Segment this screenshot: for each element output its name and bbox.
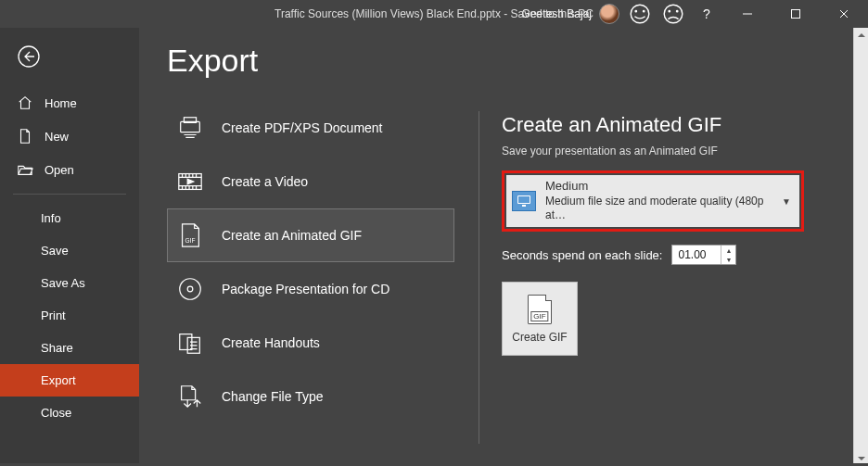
help-button[interactable]: ?: [694, 0, 720, 28]
export-option-label: Package Presentation for CD: [222, 282, 389, 296]
export-option-label: Create an Animated GIF: [222, 228, 362, 243]
svg-point-5: [677, 11, 678, 12]
svg-point-1: [635, 11, 636, 12]
sidebar-item-label: Print: [41, 309, 66, 322]
seconds-value: 01.00: [672, 248, 721, 261]
export-option-handouts[interactable]: Create Handouts: [167, 316, 454, 370]
export-option-label: Create a Video: [222, 174, 308, 189]
sidebar-divider: [13, 194, 126, 195]
export-option-filetype[interactable]: Change File Type: [167, 370, 454, 423]
create-gif-label: Create GIF: [512, 331, 567, 344]
seconds-spinner[interactable]: 01.00 ▲ ▼: [671, 245, 736, 265]
create-gif-button[interactable]: GIF Create GIF: [502, 282, 578, 356]
quality-dropdown[interactable]: Medium Medium file size and moderate qua…: [506, 175, 799, 227]
home-icon: [17, 94, 33, 111]
sidebar-item-label: Export: [41, 373, 76, 387]
user-avatar[interactable]: [599, 4, 619, 24]
spinner-up-icon[interactable]: ▲: [721, 246, 735, 255]
sidebar-item-info[interactable]: Info: [0, 202, 139, 234]
sidebar-item-home[interactable]: Home: [0, 86, 139, 120]
export-option-gif[interactable]: GIF Create an Animated GIF: [167, 208, 454, 262]
svg-point-0: [631, 5, 649, 23]
pdf-icon: [175, 113, 205, 143]
close-button[interactable]: [823, 0, 864, 28]
sidebar-item-print[interactable]: Print: [0, 299, 139, 332]
sidebar-item-label: Close: [41, 406, 71, 420]
feedback-smile-icon[interactable]: [627, 0, 653, 28]
sidebar-item-save-as[interactable]: Save As: [0, 267, 139, 299]
svg-rect-6: [792, 10, 800, 19]
handouts-icon: [175, 328, 205, 358]
scroll-up-icon[interactable]: [854, 28, 868, 43]
minimize-button[interactable]: [727, 0, 768, 28]
sidebar-item-label: New: [45, 130, 69, 144]
export-option-label: Create PDF/XPS Document: [222, 120, 383, 135]
open-icon: [17, 161, 33, 178]
vertical-divider: [479, 111, 479, 444]
svg-point-2: [644, 11, 645, 12]
sidebar-item-label: Save: [41, 244, 69, 258]
svg-point-13: [187, 286, 193, 292]
sidebar-item-label: Save As: [41, 276, 85, 290]
sidebar-item-label: Info: [41, 211, 61, 225]
window-title: Traffic Sources (Million Views) Black En…: [274, 7, 594, 20]
sidebar-item-label: Open: [45, 163, 74, 177]
svg-rect-18: [522, 205, 526, 207]
gif-file-icon: GIF: [526, 294, 554, 325]
gif-icon: GIF: [175, 220, 205, 250]
sidebar-item-export[interactable]: Export: [0, 364, 139, 397]
feedback-frown-icon[interactable]: [660, 0, 686, 28]
export-option-label: Create Handouts: [222, 335, 320, 350]
cd-icon: [175, 274, 205, 304]
sidebar-item-share[interactable]: Share: [0, 332, 139, 364]
svg-text:GIF: GIF: [185, 237, 196, 244]
svg-point-4: [669, 11, 670, 12]
export-option-cd[interactable]: Package Presentation for CD: [167, 262, 454, 316]
spinner-down-icon[interactable]: ▼: [721, 255, 735, 264]
sidebar-item-save[interactable]: Save: [0, 234, 139, 267]
svg-point-12: [180, 279, 201, 300]
svg-rect-14: [180, 334, 192, 350]
sidebar-item-open[interactable]: Open: [0, 153, 139, 186]
sidebar-item-new[interactable]: New: [0, 120, 139, 153]
seconds-label: Seconds spend on each slide:: [502, 248, 662, 262]
vertical-scrollbar[interactable]: [853, 28, 868, 466]
detail-subheading: Save your presentation as an Animated GI…: [502, 145, 846, 157]
quality-highlight: Medium Medium file size and moderate qua…: [502, 170, 804, 232]
back-button[interactable]: [0, 28, 139, 86]
sidebar-item-close[interactable]: Close: [0, 397, 139, 429]
monitor-icon: [512, 191, 536, 211]
sidebar-item-label: Home: [45, 96, 77, 110]
dropdown-caret-icon: ▼: [779, 196, 794, 207]
new-icon: [17, 128, 33, 145]
quality-desc: Medium file size and moderate quality (4…: [545, 195, 779, 223]
page-title: Export: [139, 28, 454, 101]
svg-point-3: [664, 5, 683, 23]
export-option-video[interactable]: Create a Video: [167, 155, 454, 208]
svg-rect-17: [518, 196, 530, 203]
maximize-button[interactable]: [775, 0, 816, 28]
detail-heading: Create an Animated GIF: [502, 113, 846, 137]
change-filetype-icon: [175, 382, 205, 411]
export-option-label: Change File Type: [222, 389, 323, 404]
sidebar-item-label: Share: [41, 341, 73, 355]
svg-rect-8: [181, 121, 200, 132]
quality-name: Medium: [545, 179, 779, 195]
video-icon: [175, 167, 205, 196]
export-option-pdf[interactable]: Create PDF/XPS Document: [167, 101, 454, 155]
backstage-sidebar: Home New Open Info Save Save As Print Sh…: [0, 28, 139, 466]
